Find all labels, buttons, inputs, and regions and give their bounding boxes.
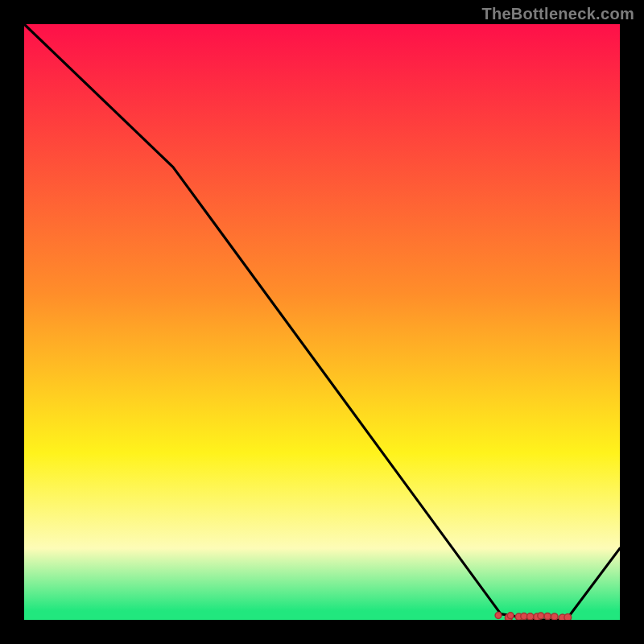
marker-dot: [538, 613, 544, 619]
plot-area: [24, 24, 620, 620]
watermark-text: TheBottleneck.com: [481, 5, 634, 23]
marker-dot: [564, 614, 572, 620]
marker-cluster: [24, 24, 620, 620]
marker-dot: [495, 613, 502, 619]
marker-dot: [544, 613, 551, 619]
marker-dot: [527, 613, 534, 620]
chart-frame: TheBottleneck.com: [0, 0, 644, 644]
marker-dot: [551, 613, 558, 620]
marker-dot: [507, 613, 514, 619]
